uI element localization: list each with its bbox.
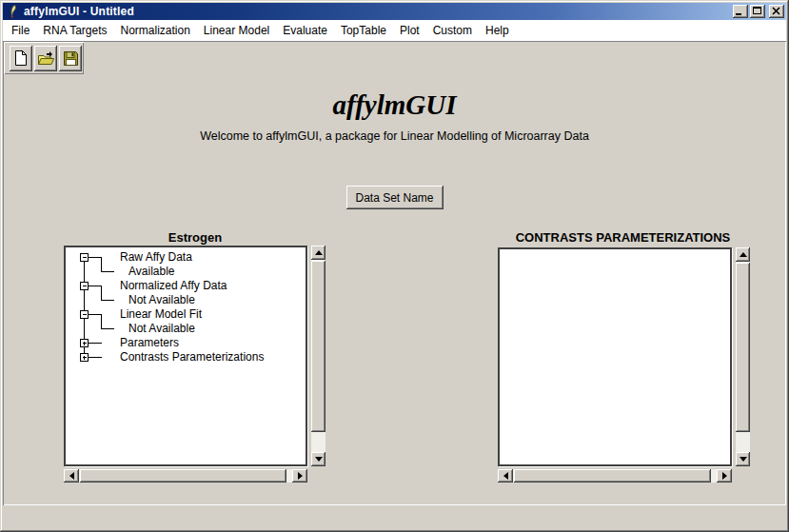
status-bar: [3, 506, 786, 527]
contrasts-listbox[interactable]: [498, 247, 732, 466]
window-title: affylmGUI - Untitled: [24, 5, 733, 18]
scroll-up-button[interactable]: [736, 247, 750, 262]
scroll-left-button[interactable]: [64, 469, 79, 483]
tree-item-normalized-status[interactable]: Not Available: [128, 293, 195, 307]
scrollbar-thumb[interactable]: [514, 469, 711, 483]
scroll-down-button[interactable]: [311, 452, 325, 466]
scrollbar-thumb[interactable]: [311, 261, 325, 432]
tree-item-linear-model-fit[interactable]: Linear Model Fit: [120, 307, 202, 322]
data-set-name-button[interactable]: Data Set Name: [346, 186, 444, 209]
menu-normalization[interactable]: Normalization: [114, 22, 197, 39]
tk-feather-icon: [6, 5, 21, 18]
left-tree-vertical-scrollbar[interactable]: [311, 246, 325, 466]
menu-custom[interactable]: Custom: [426, 22, 479, 39]
menu-plot[interactable]: Plot: [393, 22, 426, 39]
arrow-left-icon: [503, 472, 508, 480]
contrasts-vertical-scrollbar[interactable]: [736, 247, 750, 466]
left-panel-title: Estrogen: [62, 230, 328, 245]
menu-rna-targets[interactable]: RNA Targets: [36, 22, 113, 39]
close-icon: [772, 7, 780, 15]
toolbar: [4, 42, 84, 74]
arrow-down-icon: [315, 457, 323, 462]
scrollbar-thumb[interactable]: [80, 469, 286, 483]
welcome-text: Welcome to affylmGUI, a package for Line…: [3, 129, 786, 143]
scroll-right-button[interactable]: [717, 469, 732, 483]
app-window: affylmGUI - Untitled File RNA Targets No…: [0, 0, 789, 532]
maximize-button[interactable]: [750, 5, 765, 18]
minimize-button[interactable]: [733, 5, 748, 18]
tree-item-parameters[interactable]: Parameters: [120, 336, 179, 350]
tree-item-raw-affy-data[interactable]: Raw Affy Data: [120, 250, 192, 265]
menu-toptable[interactable]: TopTable: [334, 22, 393, 39]
arrow-right-icon: [298, 472, 303, 480]
new-file-button[interactable]: [10, 46, 32, 71]
arrow-left-icon: [69, 472, 74, 480]
minimize-icon: [736, 13, 741, 15]
save-floppy-icon: [63, 50, 79, 67]
menu-evaluate[interactable]: Evaluate: [276, 22, 334, 39]
menu-file[interactable]: File: [5, 22, 36, 39]
main-frame: affylmGUI Welcome to affylmGUI, a packag…: [3, 41, 786, 505]
arrow-up-icon: [740, 252, 747, 257]
scrollbar-thumb[interactable]: [736, 263, 750, 432]
left-tree-horizontal-scrollbar[interactable]: [64, 469, 307, 483]
arrow-right-icon: [722, 472, 727, 480]
scroll-right-button[interactable]: [292, 469, 307, 483]
menu-help[interactable]: Help: [479, 22, 516, 39]
menu-linear-model[interactable]: Linear Model: [197, 22, 276, 39]
tree-item-raw-affy-status[interactable]: Available: [128, 265, 174, 279]
save-file-button[interactable]: [59, 46, 82, 71]
tree-connectors: [66, 247, 123, 371]
menu-bar: File RNA Targets Normalization Linear Mo…: [3, 20, 786, 41]
open-folder-icon: [37, 49, 55, 67]
arrow-down-icon: [740, 457, 747, 462]
close-button[interactable]: [769, 5, 784, 18]
open-file-button[interactable]: [34, 46, 57, 71]
scroll-down-button[interactable]: [736, 452, 750, 466]
app-heading: affylmGUI: [3, 90, 786, 120]
tree-item-linear-model-status[interactable]: Not Available: [128, 322, 195, 336]
scroll-up-button[interactable]: [311, 246, 325, 260]
arrow-up-icon: [315, 250, 323, 255]
status-tree[interactable]: Raw Affy Data Available Normalized Affy …: [64, 246, 307, 466]
tree-item-normalized-affy-data[interactable]: Normalized Affy Data: [120, 279, 227, 293]
tree-item-contrasts-parameterizations[interactable]: Contrasts Parameterizations: [120, 350, 264, 365]
right-panel-title: CONTRASTS PARAMETERIZATIONS: [495, 230, 751, 245]
scroll-left-button[interactable]: [498, 469, 513, 483]
window-controls: [733, 5, 784, 18]
new-file-icon: [13, 49, 29, 67]
title-bar[interactable]: affylmGUI - Untitled: [3, 3, 786, 20]
maximize-icon: [753, 7, 761, 14]
contrasts-horizontal-scrollbar[interactable]: [498, 469, 732, 483]
